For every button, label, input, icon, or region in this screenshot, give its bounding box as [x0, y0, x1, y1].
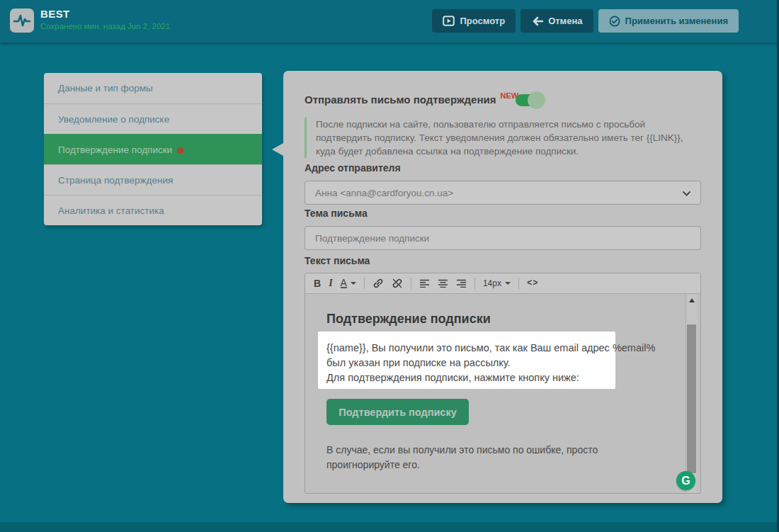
insert-link-button[interactable]	[373, 278, 384, 289]
editor-scrollbar[interactable]	[686, 295, 697, 493]
italic-button[interactable]: I	[329, 278, 332, 289]
highlighted-paragraph[interactable]: {{name}}, Вы получили это письмо, так ка…	[318, 332, 615, 389]
sidebar-item-label: Данные и тип формы	[58, 83, 153, 94]
sender-address-select[interactable]: Анна <anna@cardforyou.cn.ua>	[305, 181, 701, 205]
email-body-editor: B I A	[305, 273, 701, 494]
toolbar-separator	[411, 278, 411, 289]
align-center-icon	[438, 279, 448, 288]
topbar-actions: Просмотр Отмена Применить изменения	[432, 9, 739, 33]
pulse-icon	[13, 13, 31, 28]
sidebar-item-subscription-confirmation[interactable]: Подтверждение подписки	[44, 134, 262, 164]
scrollbar-up-arrow[interactable]	[686, 295, 697, 306]
send-confirmation-toggle[interactable]	[516, 94, 542, 106]
sidebar-item-form-data[interactable]: Данные и тип формы	[44, 73, 262, 103]
editor-content-area[interactable]: Подтверждение подписки {{name}}, Вы полу…	[305, 295, 700, 493]
active-section-pointer	[272, 143, 283, 156]
subject-input[interactable]: Подтверждение подписки	[305, 226, 701, 250]
paragraph-line: Для подтверждения подписки, нажмите кноп…	[326, 370, 615, 385]
sidebar-item-analytics[interactable]: Аналитика и статистика	[44, 195, 262, 225]
saved-status: Сохранено мин. назад Jun 2, 2021	[40, 22, 170, 30]
page-title: BEST	[40, 8, 70, 20]
font-size-select[interactable]: 14px	[483, 278, 511, 288]
bold-button[interactable]: B	[314, 278, 321, 289]
cancel-button-label: Отмена	[548, 16, 582, 26]
alert-dot	[177, 147, 183, 154]
email-heading: Подтверждение подписки	[326, 312, 491, 327]
unlink-icon	[392, 278, 403, 289]
subject-label: Тема письма	[305, 208, 368, 219]
sidebar-item-subscription-notice[interactable]: Уведомление о подписке	[44, 103, 262, 134]
sidebar-item-label: Аналитика и статистика	[58, 205, 164, 216]
email-footer-text: В случае, если вы получили это письмо по…	[326, 443, 598, 472]
sidebar-item-label: Уведомление о подписке	[58, 114, 169, 125]
chevron-down-icon	[683, 188, 690, 198]
subject-value: Подтверждение подписки	[315, 233, 429, 244]
footer-strip	[0, 522, 779, 532]
top-bar: BEST Сохранено мин. назад Jun 2, 2021 Пр…	[0, 0, 779, 43]
sidebar-item-confirmation-page[interactable]: Страница подтверждения	[44, 164, 262, 195]
align-center-button[interactable]	[438, 279, 448, 288]
apply-changes-button-label: Применить изменения	[625, 16, 728, 26]
caret-down-icon	[351, 282, 356, 285]
toolbar-separator	[518, 278, 519, 289]
align-right-icon	[456, 279, 467, 288]
remove-link-button[interactable]	[392, 278, 403, 289]
settings-panel: Отправлять письмо подтвержденияNEW После…	[283, 71, 722, 503]
confirmation-info-text: После подписки на сайте, пользователю от…	[305, 118, 695, 158]
source-code-button[interactable]: <>	[527, 278, 538, 288]
form-settings-sidebar: Данные и тип формы Уведомление о подписк…	[44, 73, 262, 225]
paragraph-line: был указан при подписке на рассылку.	[326, 356, 615, 370]
sidebar-item-label: Подтверждение подписки	[58, 145, 172, 155]
cancel-button[interactable]: Отмена	[521, 9, 593, 33]
body-label: Текст письма	[305, 255, 370, 266]
editor-toolbar: B I A	[305, 273, 700, 294]
text-color-button[interactable]: A	[341, 278, 356, 288]
toolbar-separator	[474, 278, 475, 289]
align-left-icon	[419, 279, 430, 288]
check-circle-icon	[609, 16, 620, 27]
play-screen-icon	[443, 16, 455, 26]
sender-address-label: Адрес отправителя	[305, 162, 401, 174]
paragraph-line: {{name}}, Вы получили это письмо, так ка…	[326, 341, 615, 356]
scrollbar-thumb[interactable]	[687, 324, 696, 473]
app-window: BEST Сохранено мин. назад Jun 2, 2021 Пр…	[0, 0, 779, 532]
align-right-button[interactable]	[456, 279, 467, 288]
preview-button-label: Просмотр	[460, 16, 505, 26]
grammarly-icon[interactable]: G	[676, 471, 695, 490]
confirm-subscription-button[interactable]: Подтвердить подписку	[326, 399, 469, 425]
caret-down-icon	[505, 282, 511, 285]
toggle-knob	[528, 91, 545, 109]
send-confirmation-label: Отправлять письмо подтвержденияNEW	[305, 91, 518, 106]
apply-changes-button[interactable]: Применить изменения	[598, 9, 739, 33]
app-logo	[10, 9, 34, 33]
sender-address-value: Анна <anna@cardforyou.cn.ua>	[315, 188, 453, 198]
preview-button[interactable]: Просмотр	[432, 9, 516, 33]
link-icon	[373, 278, 384, 289]
toolbar-separator	[364, 278, 365, 289]
arrow-left-icon	[531, 16, 543, 26]
sidebar-item-label: Страница подтверждения	[58, 175, 173, 186]
align-left-button[interactable]	[419, 279, 430, 288]
